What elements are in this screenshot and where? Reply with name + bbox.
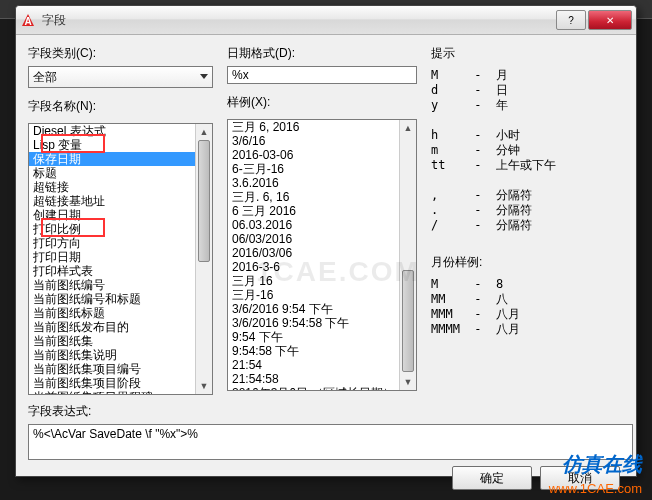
list-item[interactable]: 当前图纸集	[29, 334, 212, 348]
scroll-thumb[interactable]	[402, 270, 414, 372]
hint-label: 提示	[431, 45, 624, 62]
field-category-label: 字段类别(C):	[28, 45, 213, 62]
expression-value: %<\AcVar SaveDate \f "%x">%	[33, 427, 198, 441]
list-item[interactable]: 9:54 下午	[228, 330, 416, 344]
list-item[interactable]: 2016-03-06	[228, 148, 416, 162]
scroll-down-arrow[interactable]: ▼	[196, 378, 212, 394]
list-item[interactable]: 当前图纸集项目阶段	[29, 376, 212, 390]
scrollbar[interactable]: ▲ ▼	[399, 120, 416, 390]
list-item[interactable]: 6 三月 2016	[228, 204, 416, 218]
list-item[interactable]: 三月. 6, 16	[228, 190, 416, 204]
field-dialog: A 字段 ? ✕ 字段类别(C): 全部 字段名称(N): Diesel 表达式…	[15, 5, 637, 477]
list-item[interactable]: 9:54:58 下午	[228, 344, 416, 358]
svg-text:A: A	[24, 16, 31, 27]
list-item[interactable]: 06.03.2016	[228, 218, 416, 232]
dialog-title: 字段	[42, 12, 556, 29]
list-item[interactable]: 当前图纸标题	[29, 306, 212, 320]
list-item[interactable]: 创建日期	[29, 208, 212, 222]
cancel-button[interactable]: 取消	[540, 466, 620, 490]
list-item[interactable]: 2016/03/06	[228, 246, 416, 260]
hint-table: M - 月 d - 日 y - 年 h - 小时 m - 分钟 tt - 上午或…	[431, 66, 624, 248]
scroll-thumb[interactable]	[198, 140, 210, 262]
list-item[interactable]: 三月-16	[228, 288, 416, 302]
field-name-list[interactable]: Diesel 表达式Lisp 变量保存日期标题超链接超链接基地址创建日期打印比例…	[28, 123, 213, 395]
date-format-input[interactable]	[227, 66, 417, 84]
list-item[interactable]: 三月 16	[228, 274, 416, 288]
list-item[interactable]: 打印比例	[29, 222, 212, 236]
close-button[interactable]: ✕	[588, 10, 632, 30]
month-sample-label: 月份样例:	[431, 254, 624, 271]
list-item[interactable]: 超链接基地址	[29, 194, 212, 208]
list-item[interactable]: 当前图纸发布目的	[29, 320, 212, 334]
list-item[interactable]: 当前图纸编号和标题	[29, 292, 212, 306]
list-item[interactable]: 当前图纸集项目里程碑	[29, 390, 212, 395]
list-item[interactable]: 打印样式表	[29, 264, 212, 278]
list-item[interactable]: 06/03/2016	[228, 232, 416, 246]
list-item[interactable]: 2016-3-6	[228, 260, 416, 274]
app-icon: A	[20, 12, 36, 28]
list-item[interactable]: 3/6/2016 9:54:58 下午	[228, 316, 416, 330]
list-item[interactable]: Lisp 变量	[29, 138, 212, 152]
date-format-label: 日期格式(D):	[227, 45, 417, 62]
list-item[interactable]: 超链接	[29, 180, 212, 194]
expression-label: 字段表达式:	[28, 403, 624, 420]
help-button[interactable]: ?	[556, 10, 586, 30]
field-name-label: 字段名称(N):	[28, 98, 213, 115]
list-item[interactable]: 21:54	[228, 358, 416, 372]
ok-button[interactable]: 确定	[452, 466, 532, 490]
month-sample-table: M - 8 MM - 八 MMM - 八月 MMMM - 八月	[431, 275, 624, 337]
scroll-down-arrow[interactable]: ▼	[400, 374, 416, 390]
sample-list[interactable]: 三月 6, 20163/6/162016-03-066-三月-163.6.201…	[227, 119, 417, 391]
list-item[interactable]: 当前图纸编号	[29, 278, 212, 292]
field-category-combo[interactable]: 全部	[28, 66, 213, 88]
scroll-up-arrow[interactable]: ▲	[196, 124, 212, 140]
dialog-body: 字段类别(C): 全部 字段名称(N): Diesel 表达式Lisp 变量保存…	[16, 35, 636, 498]
list-item[interactable]: 当前图纸集项目编号	[29, 362, 212, 376]
list-item[interactable]: 3/6/2016 9:54 下午	[228, 302, 416, 316]
expression-box: %<\AcVar SaveDate \f "%x">%	[28, 424, 633, 460]
sample-label: 样例(X):	[227, 94, 417, 111]
list-item[interactable]: 三月 6, 2016	[228, 120, 416, 134]
title-bar[interactable]: A 字段 ? ✕	[16, 6, 636, 35]
list-item[interactable]: 6-三月-16	[228, 162, 416, 176]
list-item[interactable]: 打印方向	[29, 236, 212, 250]
list-item[interactable]: 打印日期	[29, 250, 212, 264]
list-item[interactable]: 保存日期	[29, 152, 212, 166]
list-item[interactable]: 2016年3月6日 （区域长日期）	[228, 386, 416, 391]
list-item[interactable]: 当前图纸集说明	[29, 348, 212, 362]
list-item[interactable]: Diesel 表达式	[29, 124, 212, 138]
scrollbar[interactable]: ▲ ▼	[195, 124, 212, 394]
scroll-up-arrow[interactable]: ▲	[400, 120, 416, 136]
list-item[interactable]: 3.6.2016	[228, 176, 416, 190]
list-item[interactable]: 3/6/16	[228, 134, 416, 148]
field-category-value: 全部	[33, 69, 57, 86]
list-item[interactable]: 21:54:58	[228, 372, 416, 386]
list-item[interactable]: 标题	[29, 166, 212, 180]
